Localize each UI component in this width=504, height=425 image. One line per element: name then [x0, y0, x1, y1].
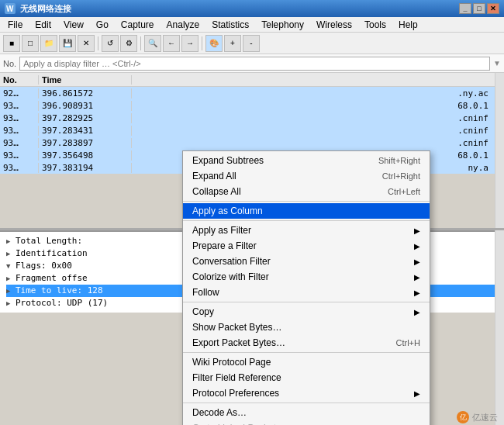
svg-text:W: W: [6, 5, 14, 13]
toolbar-btn-prev[interactable]: ←: [163, 35, 180, 52]
ctx-filter-field-ref[interactable]: Filter Field Reference: [183, 370, 430, 385]
ctx-go-to-linked: Go to Linked Packet: [183, 420, 430, 425]
context-menu-overlay[interactable]: Expand Subtrees Shift+Right Expand All C…: [0, 73, 504, 425]
ctx-label: Wiki Protocol Page: [192, 357, 271, 368]
menu-tools[interactable]: Tools: [358, 18, 392, 32]
toolbar-btn-open[interactable]: 📁: [40, 35, 57, 52]
ctx-sep-3: [183, 302, 430, 302]
maximize-button[interactable]: □: [473, 3, 485, 14]
menu-edit[interactable]: Edit: [29, 18, 57, 32]
ctx-conversation-filter[interactable]: Conversation Filter ▶: [183, 254, 430, 269]
toolbar-btn-zoom-in[interactable]: +: [224, 35, 241, 52]
ctx-show-packet-bytes[interactable]: Show Packet Bytes…: [183, 320, 430, 335]
menu-bar: File Edit View Go Capture Analyze Statis…: [0, 17, 504, 33]
ctx-expand-all[interactable]: Expand All Ctrl+Right: [183, 168, 430, 184]
menu-help[interactable]: Help: [392, 18, 424, 32]
ctx-sep-2: [183, 220, 430, 221]
window-controls[interactable]: _ □ ✕: [459, 3, 499, 14]
ctx-arrow: ▶: [414, 226, 420, 235]
title-bar: W 无线网络连接 _ □ ✕: [0, 0, 504, 17]
menu-file[interactable]: File: [2, 18, 29, 32]
toolbar: ■ □ 📁 💾 ✕ ↺ ⚙ 🔍 ← → 🎨 + -: [0, 33, 504, 54]
ctx-shortcut: Ctrl+Right: [382, 171, 420, 181]
ctx-shortcut: Ctrl+H: [396, 338, 420, 347]
ctx-expand-subtrees[interactable]: Expand Subtrees Shift+Right: [183, 153, 430, 168]
ctx-label: Show Packet Bytes…: [192, 322, 281, 333]
ctx-label: Apply as Column: [192, 206, 263, 216]
ctx-arrow: ▶: [414, 308, 420, 316]
ctx-label: Expand All: [192, 171, 236, 181]
ctx-shortcut: Ctrl+Left: [388, 187, 420, 196]
ctx-arrow: ▶: [414, 242, 420, 251]
toolbar-sep-2: [140, 36, 141, 50]
toolbar-btn-reload[interactable]: ↺: [102, 35, 119, 52]
menu-view[interactable]: View: [57, 18, 90, 32]
toolbar-btn-close[interactable]: ✕: [78, 35, 95, 52]
ctx-apply-as-filter[interactable]: Apply as Filter ▶: [183, 223, 430, 238]
ctx-collapse-all[interactable]: Collapse All Ctrl+Left: [183, 184, 430, 199]
toolbar-sep-1: [98, 36, 98, 50]
title-text: 无线网络连接: [20, 3, 71, 15]
menu-telephony[interactable]: Telephony: [255, 18, 310, 32]
toolbar-btn-new[interactable]: □: [22, 35, 39, 52]
ctx-label: Expand Subtrees: [192, 155, 264, 166]
ctx-wiki-protocol[interactable]: Wiki Protocol Page: [183, 354, 430, 370]
ctx-label: Prepare a Filter: [192, 240, 257, 251]
filter-input[interactable]: [19, 57, 490, 71]
menu-statistics[interactable]: Statistics: [205, 18, 255, 32]
ctx-label: Export Packet Bytes…: [192, 337, 285, 348]
ctx-label: Filter Field Reference: [192, 372, 281, 383]
ctx-decode-as[interactable]: Decode As…: [183, 405, 430, 420]
toolbar-btn-colorize[interactable]: 🎨: [205, 35, 223, 52]
ctx-prepare-filter[interactable]: Prepare a Filter ▶: [183, 238, 430, 254]
filter-no-label: No.: [3, 59, 16, 68]
toolbar-sep-3: [202, 36, 202, 50]
ctx-apply-as-column[interactable]: Apply as Column: [183, 203, 430, 219]
close-button[interactable]: ✕: [487, 3, 499, 14]
app-icon: W: [5, 3, 16, 14]
ctx-label: Conversation Filter: [192, 256, 271, 267]
ctx-label: Copy: [192, 306, 214, 317]
toolbar-btn-search[interactable]: 🔍: [144, 35, 161, 52]
toolbar-btn-stop[interactable]: ■: [3, 35, 20, 52]
ctx-shortcut: Shift+Right: [378, 156, 420, 165]
menu-capture[interactable]: Capture: [115, 18, 161, 32]
filter-arrow: ▼: [493, 59, 501, 67]
ctx-label: Decode As…: [192, 407, 247, 418]
ctx-colorize-filter[interactable]: Colorize with Filter ▶: [183, 269, 430, 285]
toolbar-btn-capture-options[interactable]: ⚙: [120, 35, 137, 52]
ctx-protocol-prefs[interactable]: Protocol Preferences ▶: [183, 385, 430, 401]
ctx-label: Apply as Filter: [192, 225, 251, 236]
ctx-arrow: ▶: [414, 257, 420, 266]
minimize-button[interactable]: _: [459, 3, 471, 14]
toolbar-btn-save[interactable]: 💾: [59, 35, 76, 52]
ctx-arrow: ▶: [414, 289, 420, 297]
ctx-arrow: ▶: [414, 273, 420, 282]
ctx-sep-1: [183, 201, 430, 202]
ctx-label: Follow: [192, 287, 219, 298]
ctx-label: Collapse All: [192, 186, 241, 197]
ctx-arrow: ▶: [414, 389, 420, 398]
ctx-export-packet-bytes[interactable]: Export Packet Bytes… Ctrl+H: [183, 335, 430, 351]
filter-bar: No. ▼: [0, 54, 504, 73]
main-content: No. Time 92… 396.861572 .ny.ac 93… 396.9…: [0, 73, 504, 425]
ctx-follow[interactable]: Follow ▶: [183, 285, 430, 300]
menu-analyze[interactable]: Analyze: [161, 18, 206, 32]
context-menu: Expand Subtrees Shift+Right Expand All C…: [182, 150, 430, 425]
toolbar-btn-zoom-out[interactable]: -: [243, 35, 260, 52]
ctx-sep-5: [183, 403, 430, 403]
toolbar-btn-next[interactable]: →: [181, 35, 198, 52]
ctx-label: Protocol Preferences: [192, 388, 279, 399]
ctx-copy[interactable]: Copy ▶: [183, 304, 430, 320]
menu-wireless[interactable]: Wireless: [310, 18, 358, 32]
ctx-sep-4: [183, 352, 430, 353]
ctx-label: Colorize with Filter: [192, 271, 269, 282]
menu-go[interactable]: Go: [90, 18, 115, 32]
